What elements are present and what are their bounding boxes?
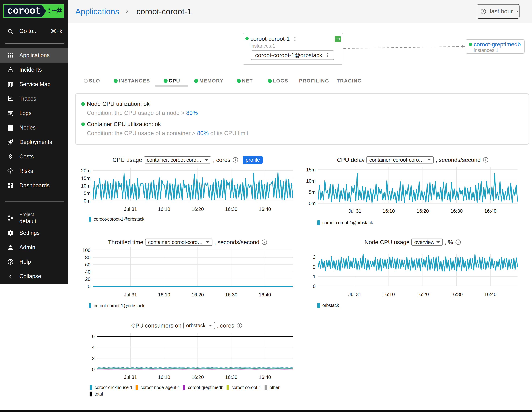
svg-text:16:30: 16:30 bbox=[450, 292, 463, 297]
svg-text:16:10: 16:10 bbox=[382, 292, 395, 297]
svg-text:16:40: 16:40 bbox=[259, 206, 271, 212]
svg-text:1: 1 bbox=[313, 274, 316, 279]
svg-text:16:20: 16:20 bbox=[417, 292, 429, 297]
svg-text:5m: 5m bbox=[84, 191, 90, 196]
svg-text:15m: 15m bbox=[306, 167, 316, 173]
svg-text:16:30: 16:30 bbox=[225, 206, 238, 212]
svg-text:60: 60 bbox=[85, 262, 90, 268]
svg-text:16:10: 16:10 bbox=[382, 208, 395, 213]
svg-text:5m: 5m bbox=[309, 189, 316, 195]
svg-text:Jul 31: Jul 31 bbox=[124, 206, 137, 212]
svg-text:16:10: 16:10 bbox=[158, 292, 170, 298]
svg-text:Jul 31: Jul 31 bbox=[348, 208, 361, 213]
svg-text:0: 0 bbox=[313, 284, 316, 289]
svg-text:16:20: 16:20 bbox=[417, 208, 429, 213]
svg-text:2: 2 bbox=[92, 356, 95, 361]
svg-text:3: 3 bbox=[313, 254, 316, 260]
svg-text:16:30: 16:30 bbox=[225, 375, 238, 380]
svg-text:Jul 31: Jul 31 bbox=[124, 292, 137, 298]
svg-text:4: 4 bbox=[92, 345, 95, 350]
svg-text:0: 0 bbox=[92, 367, 95, 372]
svg-text:16:20: 16:20 bbox=[192, 292, 204, 298]
svg-text:16:20: 16:20 bbox=[192, 206, 204, 212]
svg-text:0m: 0m bbox=[84, 198, 90, 204]
svg-text:80: 80 bbox=[85, 255, 90, 260]
svg-text:16:40: 16:40 bbox=[259, 375, 271, 380]
svg-text:20: 20 bbox=[85, 277, 90, 282]
svg-text:Jul 31: Jul 31 bbox=[348, 292, 361, 297]
svg-text:6: 6 bbox=[92, 334, 95, 339]
svg-text:10m: 10m bbox=[306, 178, 316, 184]
svg-text:16:30: 16:30 bbox=[225, 292, 238, 298]
svg-text:16:40: 16:40 bbox=[484, 292, 496, 297]
svg-text:16:40: 16:40 bbox=[259, 292, 271, 298]
svg-text:20m: 20m bbox=[81, 168, 90, 173]
svg-text:0m: 0m bbox=[309, 201, 316, 206]
svg-text:2: 2 bbox=[313, 264, 316, 270]
svg-text:16:10: 16:10 bbox=[158, 375, 170, 380]
svg-text:Jul 31: Jul 31 bbox=[124, 375, 137, 380]
svg-text:0: 0 bbox=[88, 284, 90, 289]
svg-text:10m: 10m bbox=[81, 183, 90, 189]
svg-text:15m: 15m bbox=[81, 176, 90, 181]
svg-text:16:10: 16:10 bbox=[158, 206, 170, 212]
svg-text:16:20: 16:20 bbox=[192, 375, 204, 380]
svg-text:40: 40 bbox=[85, 269, 90, 275]
svg-text:16:40: 16:40 bbox=[484, 208, 496, 213]
svg-text:16:30: 16:30 bbox=[450, 208, 463, 213]
svg-text:100: 100 bbox=[82, 248, 90, 253]
